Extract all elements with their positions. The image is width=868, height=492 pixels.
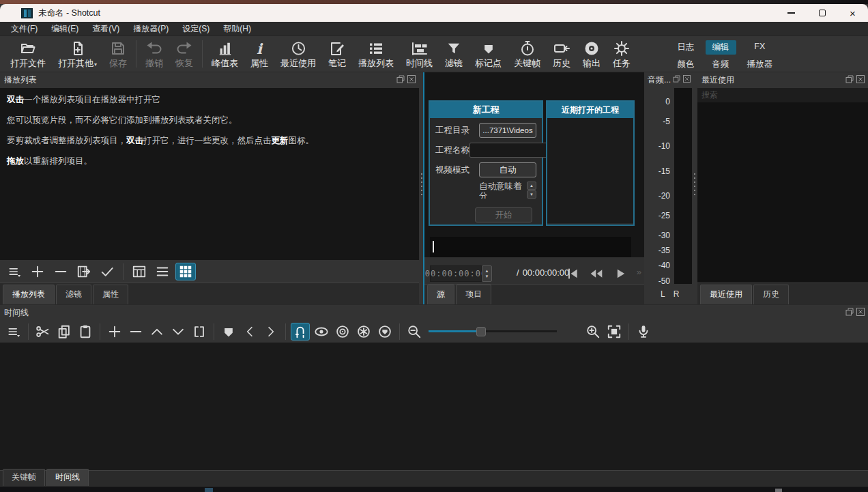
menu-file[interactable]: 文件(F)	[4, 22, 44, 36]
copy-button[interactable]	[55, 323, 74, 341]
tab-recent[interactable]: 最近使用	[700, 285, 752, 304]
close-panel-icon[interactable]	[407, 75, 416, 83]
view-details-button[interactable]	[129, 263, 149, 280]
playlist-update-button[interactable]	[97, 263, 117, 280]
new-project-box: 新工程 工程目录 ...7371\Videos 工程名称 视频模式 自动 自动意…	[429, 100, 543, 226]
recent-button[interactable]: 最近使用	[274, 39, 322, 70]
float-panel-icon[interactable]	[845, 75, 854, 83]
lift-button[interactable]	[147, 323, 167, 341]
tab-timeline[interactable]: 时间线	[46, 469, 89, 486]
history-button[interactable]: 历史	[547, 39, 577, 70]
menu-edit[interactable]: 编辑(E)	[44, 22, 85, 36]
filters-button[interactable]: 滤镜	[439, 39, 469, 70]
close-panel-icon[interactable]	[856, 308, 865, 316]
recent-projects-list[interactable]	[547, 118, 633, 223]
close-panel-icon[interactable]	[856, 75, 865, 83]
start-button[interactable]: 开始	[475, 207, 532, 222]
tab-history[interactable]: 历史	[753, 285, 789, 304]
timeline-tracks-area[interactable]	[0, 343, 868, 470]
save-button[interactable]: 保存	[103, 39, 133, 70]
float-panel-icon[interactable]	[396, 75, 405, 83]
scroll-up-icon[interactable]: ▲	[527, 182, 536, 190]
cut-button[interactable]	[33, 323, 53, 341]
layout-logging-button[interactable]: 日志	[671, 40, 701, 55]
timeline-menu-button[interactable]	[4, 323, 23, 341]
seek-bar[interactable]	[430, 237, 631, 257]
menu-settings[interactable]: 设定(S)	[175, 22, 216, 36]
timeline-zoom-slider[interactable]	[429, 325, 557, 338]
maximize-button[interactable]	[807, 4, 837, 22]
playlist-open-clip-button[interactable]	[74, 263, 94, 280]
zoom-fit-button[interactable]	[605, 323, 624, 341]
layout-editing-button[interactable]: 编辑	[706, 40, 736, 55]
open-file-button[interactable]: 打开文件	[4, 39, 52, 70]
video-mode-button[interactable]: 自动	[479, 162, 536, 177]
menu-player[interactable]: 播放器(P)	[126, 22, 175, 36]
jobs-button[interactable]: 任务	[607, 39, 637, 70]
close-panel-icon[interactable]	[683, 75, 691, 83]
layout-audio-button[interactable]: 音频	[706, 57, 736, 72]
keyframes-button[interactable]: 关键帧	[508, 39, 547, 70]
playlist-menu-button[interactable]	[4, 263, 25, 280]
ripple-markers-button[interactable]	[375, 323, 394, 341]
tab-filters[interactable]: 滤镜	[56, 285, 91, 304]
tab-properties[interactable]: 属性	[93, 285, 128, 304]
float-panel-icon[interactable]	[845, 308, 854, 316]
view-icons-button[interactable]	[175, 263, 196, 280]
zoom-out-button[interactable]	[405, 323, 424, 341]
float-panel-icon[interactable]	[673, 75, 680, 83]
position-timecode-input[interactable]: 00:00:00:00	[430, 265, 482, 282]
markers-button[interactable]: 标记点	[469, 39, 508, 70]
playlist-add-button[interactable]	[27, 263, 48, 280]
menu-view[interactable]: 查看(V)	[85, 22, 126, 36]
split-button[interactable]	[190, 323, 209, 341]
playlist-button[interactable]: 播放列表	[352, 39, 400, 70]
marker-button[interactable]	[219, 323, 238, 341]
skip-to-start-button[interactable]	[564, 265, 580, 281]
toolbar-overflow-icon[interactable]: »	[637, 267, 641, 277]
recent-files-list[interactable]	[697, 102, 868, 283]
tab-project[interactable]: 项目	[456, 285, 491, 304]
minimize-button[interactable]	[776, 4, 807, 22]
scrub-while-dragging-button[interactable]	[312, 323, 331, 341]
zoom-slider-handle[interactable]	[476, 327, 486, 336]
layout-player-button[interactable]: 播放器	[740, 57, 780, 72]
splitter-right[interactable]	[692, 72, 697, 304]
tab-keyframes[interactable]: 关键帧	[3, 469, 45, 486]
timeline-button[interactable]: 时间线	[400, 39, 439, 70]
close-button[interactable]: ×	[837, 4, 868, 22]
ripple-all-tracks-button[interactable]	[354, 323, 373, 341]
layout-fx-button[interactable]: FX	[747, 40, 772, 55]
paste-button[interactable]	[76, 323, 95, 341]
layout-color-button[interactable]: 颜色	[671, 57, 701, 72]
menu-help[interactable]: 帮助(H)	[216, 22, 258, 36]
notes-button[interactable]: 笔记	[322, 39, 352, 70]
scroll-down-icon[interactable]: ▼	[527, 190, 536, 199]
snap-button[interactable]	[291, 323, 310, 341]
project-folder-button[interactable]: ...7371\Videos	[479, 123, 536, 138]
previous-marker-button[interactable]	[240, 323, 259, 341]
append-button[interactable]	[105, 323, 124, 341]
undo-button[interactable]: 撤销	[139, 39, 169, 70]
ripple-button[interactable]	[333, 323, 352, 341]
export-button[interactable]: 输出	[577, 39, 607, 70]
splitter-left[interactable]	[419, 72, 424, 304]
view-tiles-button[interactable]	[152, 263, 173, 280]
open-other-button[interactable]: 打开其他▾	[52, 39, 103, 71]
tab-playlist[interactable]: 播放列表	[3, 285, 55, 304]
ripple-delete-button[interactable]	[126, 323, 145, 341]
redo-button[interactable]: 恢复	[169, 39, 199, 70]
properties-button[interactable]: i 属性	[244, 39, 274, 70]
timecode-spinner[interactable]: ▲▼	[482, 265, 492, 282]
play-button[interactable]	[612, 265, 628, 281]
recent-search-input[interactable]: 搜索	[697, 88, 868, 102]
overwrite-button[interactable]	[169, 323, 188, 341]
titlebar[interactable]: 未命名 - Shotcut ×	[0, 4, 868, 22]
playlist-remove-button[interactable]	[50, 263, 71, 280]
record-audio-button[interactable]	[634, 323, 653, 341]
peak-meter-button[interactable]: 峰值表	[205, 39, 244, 70]
rewind-button[interactable]	[588, 265, 604, 281]
zoom-in-button[interactable]	[583, 323, 603, 341]
tab-source[interactable]: 源	[427, 285, 454, 304]
next-marker-button[interactable]	[261, 323, 280, 341]
